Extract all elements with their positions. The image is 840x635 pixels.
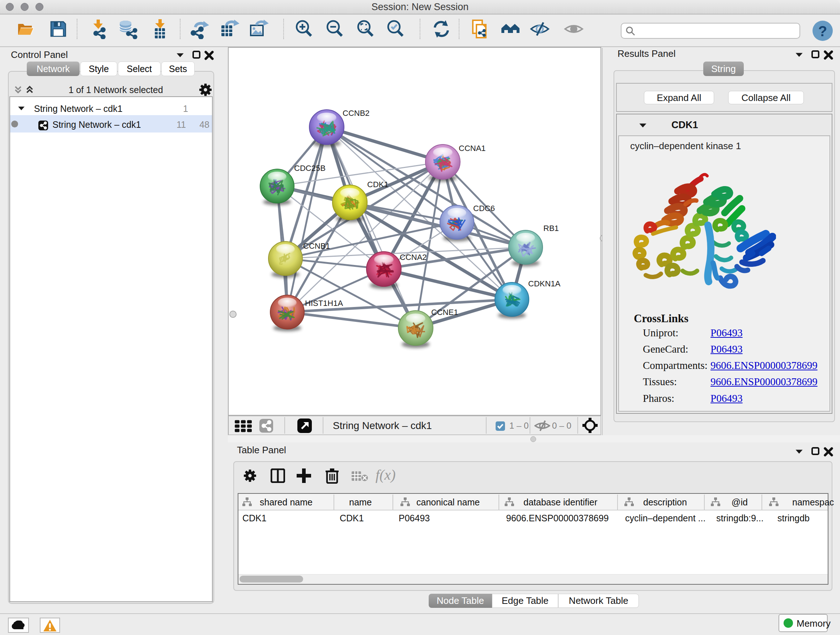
svg-text:CDK1: CDK1 xyxy=(367,180,388,189)
svg-text:CDC25B: CDC25B xyxy=(294,164,325,173)
svg-text:CCNB2: CCNB2 xyxy=(343,109,370,118)
svg-text:CDKN1A: CDKN1A xyxy=(528,279,561,288)
svg-text:CCNE1: CCNE1 xyxy=(431,308,458,317)
svg-text:RB1: RB1 xyxy=(543,224,559,233)
svg-text:CCNA2: CCNA2 xyxy=(400,253,427,262)
svg-text:CCNB1: CCNB1 xyxy=(303,241,330,250)
svg-text:CCNA1: CCNA1 xyxy=(459,144,486,153)
svg-text:CDC6: CDC6 xyxy=(473,204,495,213)
svg-text:HIST1H1A: HIST1H1A xyxy=(305,299,343,308)
